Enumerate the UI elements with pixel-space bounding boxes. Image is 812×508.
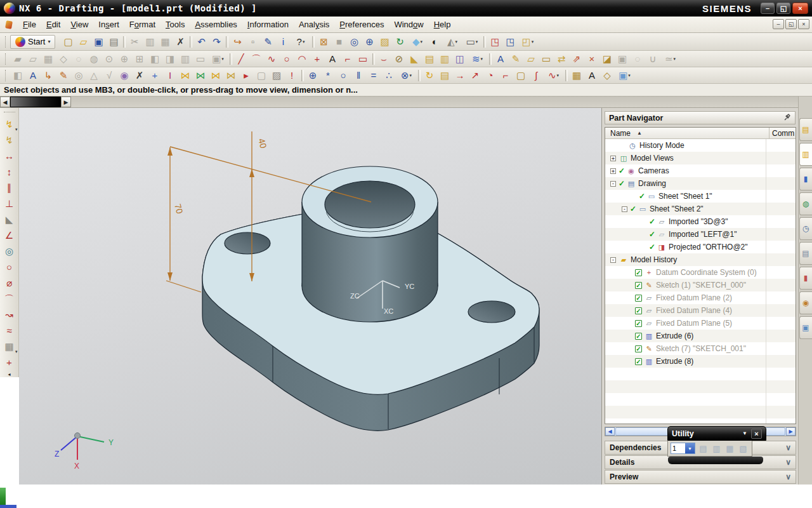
zoom-in-button[interactable]: ⊕▾ xyxy=(362,35,377,49)
close-window-button[interactable]: ⊠▾ xyxy=(316,35,331,49)
top-horizontal-scrollbar[interactable]: ◀ ▶ xyxy=(0,97,798,108)
scroll-right-icon[interactable]: ▶ xyxy=(786,427,796,436)
diameter-dimension-button[interactable]: ⌀▾ xyxy=(1,275,18,291)
pin-icon[interactable] xyxy=(783,113,791,123)
view-wizard-button[interactable]: ▤▾ xyxy=(437,69,452,83)
new-file-button[interactable]: ▢▾ xyxy=(60,35,75,49)
menu-insert[interactable]: Insert xyxy=(93,18,124,31)
refit-data-button[interactable]: +▾ xyxy=(147,69,162,83)
part-navigator-tab[interactable]: ▥ xyxy=(799,143,812,166)
mirror-curve-button[interactable]: ◫▾ xyxy=(452,52,468,66)
perpendicular-dimension-button[interactable]: ⊥▾ xyxy=(1,196,18,211)
preview-bar[interactable]: Preview xyxy=(605,470,796,484)
toolbar-overflow-icon[interactable]: ◂ xyxy=(8,371,10,377)
menu-view[interactable]: View xyxy=(65,18,93,31)
utility-collapsed-strip[interactable] xyxy=(668,457,763,464)
paste-curve-button[interactable]: ▥▾ xyxy=(437,52,452,66)
exploded-views-button[interactable]: ◧▾ xyxy=(147,52,162,66)
roles-tab[interactable]: ◉ xyxy=(799,291,812,314)
projected-curve-button[interactable]: ⇗▾ xyxy=(569,52,584,66)
copy-curve-button[interactable]: ▤▾ xyxy=(422,52,437,66)
mdi-close-button[interactable]: × xyxy=(798,19,809,29)
tree-item-datum-plane-2[interactable]: ▱ Fixed Datum Plane (2) xyxy=(605,291,796,304)
tree-item-model-views[interactable]: + ◫ Model Views xyxy=(605,152,796,164)
visual-effects-button[interactable]: ◭▾ xyxy=(442,35,462,49)
tree-item-imported-3d[interactable]: ▱ Imported "3D@3" xyxy=(605,215,796,228)
weld-symbol-button[interactable]: △▾ xyxy=(86,69,102,83)
visibility-checkbox[interactable] xyxy=(635,333,642,340)
section-line-button[interactable]: ∿▾ xyxy=(544,69,563,83)
open-button[interactable]: ▱▾ xyxy=(75,35,91,49)
part-navigator-title-bar[interactable]: Part Navigator xyxy=(605,111,796,124)
layer-settings-button[interactable]: ▤ xyxy=(697,442,710,455)
studio-spline-button[interactable]: ∿▾ xyxy=(264,52,279,66)
rectangle-button[interactable]: ▭▾ xyxy=(355,52,370,66)
cylindrical-dimension-button[interactable]: ◎▾ xyxy=(1,243,18,259)
scroll-left-icon[interactable]: ◀ xyxy=(605,427,615,436)
target-point-button[interactable]: ⊗▾ xyxy=(396,69,416,83)
transform-button[interactable]: ⇄▾ xyxy=(554,52,569,66)
symmetrical-centerline-button[interactable]: =▾ xyxy=(366,69,381,83)
appended-text-button[interactable]: ⋈▾ xyxy=(178,69,193,83)
profile-button[interactable]: ⌐▾ xyxy=(340,52,355,66)
chamfer-dimension-button[interactable]: ◣▾ xyxy=(1,211,18,227)
snapshot-button[interactable]: ▫▾ xyxy=(245,35,260,49)
save-button[interactable]: ▣▾ xyxy=(91,35,106,49)
visibility-checkbox[interactable] xyxy=(635,282,642,289)
inspect-annotation-button[interactable]: ◉▾ xyxy=(117,69,132,83)
tree-item-imported-left[interactable]: ▱ Imported "LEFT@1" xyxy=(605,228,796,241)
surface-finish-button[interactable]: √▾ xyxy=(102,69,117,83)
visibility-checkbox[interactable] xyxy=(635,269,642,276)
gallery-tab[interactable]: ▣ xyxy=(799,316,812,339)
background-color-button[interactable]: ▭▾ xyxy=(462,35,481,49)
annotation-style-button[interactable]: A▾ xyxy=(493,52,508,66)
edit-object-display-button[interactable]: ◧▾ xyxy=(10,69,25,83)
redo-button[interactable]: ↷▾ xyxy=(209,35,224,49)
shaded-view-button[interactable]: ◆▾ xyxy=(407,35,427,49)
tree-column-header[interactable]: Name ▲ Comm xyxy=(605,128,796,139)
pan-view-button[interactable]: ▨▾ xyxy=(377,35,392,49)
half-section-view-button[interactable]: ▢▾ xyxy=(513,69,528,83)
visibility-checkbox[interactable] xyxy=(635,345,642,352)
expand-toggle-icon[interactable]: - xyxy=(610,257,616,263)
area-fill-button[interactable]: !▾ xyxy=(284,69,299,83)
cascade-windows-button[interactable]: ◳▾ xyxy=(502,35,518,49)
hole-dimension-button[interactable]: ○▾ xyxy=(1,259,18,275)
visibility-checkbox[interactable] xyxy=(635,358,642,365)
inferred-dimension-button[interactable]: ↯▾ xyxy=(1,116,18,132)
suppress-annotation-button[interactable]: ⋈▾ xyxy=(208,69,223,83)
expand-toggle-icon[interactable]: - xyxy=(622,206,627,212)
offset-center-point-button[interactable]: ∴▾ xyxy=(381,69,396,83)
arc-button[interactable]: ⌒▾ xyxy=(249,52,264,66)
note-button[interactable]: A▾ xyxy=(584,69,599,83)
copy-to-layer-button[interactable]: ▧ xyxy=(737,442,750,455)
edit-sheet-button[interactable]: ▭▾ xyxy=(539,52,554,66)
pattern-component-button[interactable]: ▦▾ xyxy=(41,52,56,66)
close-icon[interactable]: × xyxy=(751,429,762,439)
dimension-style-button[interactable]: I▾ xyxy=(162,69,178,83)
base-view-button[interactable]: →▾ xyxy=(452,69,468,83)
print-button[interactable]: ▤▾ xyxy=(106,35,121,49)
line-button[interactable]: ╱▾ xyxy=(233,52,249,66)
rapid-dimension-button[interactable]: ↯▾ xyxy=(1,132,18,148)
tree-item-sheet-2[interactable]: - ▭ Sheet "Sheet 2" xyxy=(605,203,796,215)
repeat-command-button[interactable]: ↪▾ xyxy=(230,35,245,49)
mirror-assembly-button[interactable]: ◇▾ xyxy=(56,52,71,66)
tile-windows-button[interactable]: ◰▾ xyxy=(518,35,537,49)
id-symbol-button[interactable]: ◇▾ xyxy=(599,69,615,83)
fillet-button[interactable]: ⌣▾ xyxy=(376,52,391,66)
tree-item-drawing[interactable]: - ▤ Drawing xyxy=(605,177,796,190)
arrangements-button[interactable]: ▥▾ xyxy=(178,52,193,66)
tree-item-projected-ortho[interactable]: ◨ Projected "ORTHO@2" xyxy=(605,241,796,253)
expand-toggle-icon[interactable]: + xyxy=(610,156,616,161)
materials-tab[interactable]: ▮ xyxy=(799,267,812,290)
detail-view-button[interactable]: ◔▾ xyxy=(483,69,498,83)
edit-text-button[interactable]: ✎▾ xyxy=(56,69,71,83)
menu-analysis[interactable]: Analysis xyxy=(294,18,334,31)
object-information-button[interactable]: ✎▾ xyxy=(260,35,275,49)
trim-sheet-button[interactable]: ▱▾ xyxy=(523,52,539,66)
cylindrical-centerline-button[interactable]: ‖▾ xyxy=(351,69,366,83)
join-curve-button[interactable]: ∪▾ xyxy=(645,52,660,66)
offset-in-face-button[interactable]: ▣▾ xyxy=(615,52,630,66)
system-materials-tab[interactable]: ▤ xyxy=(799,242,812,265)
